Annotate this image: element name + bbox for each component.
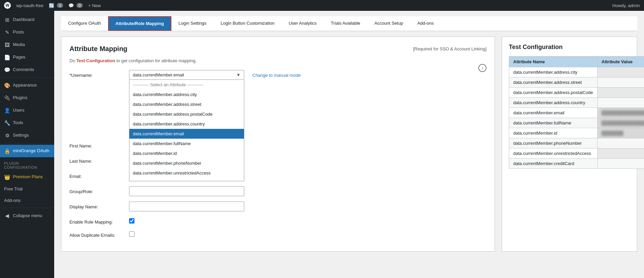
- tab-account-setup[interactable]: Account Setup: [367, 16, 410, 31]
- allow-duplicate-emails-label: Allow Duplicate Emails:: [69, 230, 124, 238]
- table-cell-value: [597, 88, 644, 98]
- sidebar: ⊞ Dashboard ✎ Posts 🖼 Media 📄 Pages 💬 Co…: [0, 11, 54, 278]
- table-cell-value: ███████: [597, 128, 644, 138]
- section-required-note: [Required for SSO & Account Linking]: [413, 46, 486, 51]
- dropdown-option-phone[interactable]: data.currentMember.phoneNumber: [129, 158, 244, 168]
- comments-count: 0: [77, 3, 83, 8]
- table-cell-name: data.currentMember.unrestrictedAccess: [509, 148, 598, 159]
- dropdown-option-unrestricted[interactable]: data.currentMember.unrestrictedAccess: [129, 168, 244, 178]
- sidebar-label-comments: Comments: [13, 67, 34, 73]
- display-name-label: Display Name:: [69, 202, 124, 209]
- sidebar-label-plugins: Plugins: [13, 95, 27, 101]
- wp-icon: W: [4, 2, 11, 9]
- comments-icon: 💬: [68, 3, 74, 8]
- enable-role-mapping-label: Enable Role Mapping:: [69, 217, 124, 225]
- form-row-group-role: Group/Role:: [69, 186, 486, 196]
- info-icon[interactable]: i: [478, 64, 486, 72]
- sidebar-item-tools[interactable]: 🔧 Tools: [0, 117, 54, 129]
- table-row: data.currentMember.address.street: [509, 77, 644, 88]
- tab-attribute-role-mapping[interactable]: Attribute/Role Mapping: [108, 16, 171, 31]
- dropdown-option-street[interactable]: data.currentMember.address.street: [129, 99, 244, 109]
- dropdown-option-creditcard[interactable]: data.currentMember.creditCard: [129, 178, 244, 181]
- posts-icon: ✎: [4, 29, 10, 36]
- plugin-config-section: Plugin Configuration: [0, 157, 54, 171]
- sidebar-item-miniorange[interactable]: 🔒 miniOrange OAuth: [0, 145, 54, 157]
- sidebar-label-tools: Tools: [13, 120, 23, 126]
- tab-login-button-customization[interactable]: Login Button Customization: [213, 16, 282, 31]
- sidebar-item-users[interactable]: 👤 Users: [0, 104, 54, 117]
- content-wrapper: Attribute Mapping [Required for SSO & Ac…: [61, 31, 637, 252]
- sidebar-label-premium: Premium Plans: [13, 174, 43, 180]
- new-content-link[interactable]: + New: [88, 3, 101, 8]
- tab-add-ons[interactable]: Add-ons: [410, 16, 441, 31]
- form-row-enable-role-mapping: Enable Role Mapping:: [69, 217, 486, 225]
- sidebar-item-appearance[interactable]: 🎨 Appearance: [0, 79, 54, 92]
- table-row: data.currentMember.address.country: [509, 98, 644, 108]
- table-cell-name: data.currentMember.address.city: [509, 67, 598, 77]
- sidebar-label-free-trial: Free Trial: [4, 186, 23, 192]
- tools-icon: 🔧: [4, 119, 10, 126]
- table-cell-value: [597, 77, 644, 88]
- howdy-user[interactable]: Howdy, admin: [612, 3, 640, 8]
- table-cell-name: data.currentMember.fullName: [509, 118, 598, 128]
- enable-role-mapping-checkbox[interactable]: [129, 218, 134, 224]
- enable-role-mapping-wrapper: [129, 217, 134, 224]
- sidebar-item-comments[interactable]: 💬 Comments: [0, 64, 54, 76]
- sidebar-item-posts[interactable]: ✎ Posts: [0, 26, 54, 39]
- wp-logo-link[interactable]: W: [4, 2, 11, 9]
- pages-icon: 📄: [4, 54, 10, 61]
- comments-link[interactable]: 💬 0: [68, 3, 83, 8]
- table-cell-name: data.currentMember.email: [509, 108, 598, 118]
- firstname-label: First Name:: [69, 141, 124, 148]
- sidebar-item-premium[interactable]: 👑 Premium Plans: [0, 171, 54, 183]
- dropdown-option-fullname[interactable]: data.currentMember.fullName: [129, 139, 244, 148]
- updates-link[interactable]: 🔄 3: [49, 3, 63, 8]
- sidebar-item-media[interactable]: 🖼 Media: [0, 39, 54, 51]
- updates-count: 3: [57, 3, 63, 8]
- tab-user-analytics[interactable]: User Analytics: [282, 16, 324, 31]
- media-icon: 🖼: [4, 41, 10, 48]
- col-attribute-name: Attribute Name: [509, 56, 598, 67]
- table-cell-value: [597, 159, 644, 169]
- settings-icon: ⚙: [4, 132, 10, 139]
- tab-configure-oauth[interactable]: Configure OAuth: [61, 16, 108, 31]
- sidebar-item-plugins[interactable]: 🔌 Plugins: [0, 92, 54, 104]
- sidebar-label-pages: Pages: [13, 54, 25, 60]
- dropdown-option-id[interactable]: data.currentMember.id: [129, 148, 244, 158]
- allow-duplicate-emails-checkbox[interactable]: [129, 231, 134, 237]
- sidebar-item-settings[interactable]: ⚙ Settings: [0, 129, 54, 142]
- username-dropdown-trigger[interactable]: data.currentMember.email ▼: [129, 70, 244, 80]
- email-label: Email:: [69, 171, 124, 179]
- username-dropdown-value: data.currentMember.email: [133, 72, 236, 77]
- tab-trials-available[interactable]: Trials Available: [324, 16, 368, 31]
- table-cell-name: data.currentMember.phoneNumber: [509, 138, 598, 148]
- col-attribute-value: Attribute Value: [597, 56, 644, 67]
- sidebar-item-free-trial[interactable]: Free Trial: [0, 183, 54, 195]
- description-suffix: to get configuration for attribute mappi…: [116, 58, 196, 63]
- sidebar-item-pages[interactable]: 📄 Pages: [0, 51, 54, 64]
- manual-mode-link[interactable]: Change to manual mode: [252, 70, 300, 78]
- dropdown-option-city[interactable]: data.currentMember.address.city: [129, 90, 244, 99]
- table-row: data.currentMember.phoneNumber: [509, 138, 644, 148]
- description-highlight[interactable]: Test Configuration: [76, 58, 115, 63]
- sidebar-item-collapse[interactable]: ◀ Collapse menu: [0, 209, 54, 222]
- sidebar-label-miniorange: miniOrange OAuth: [13, 148, 49, 154]
- dropdown-option-email[interactable]: data.currentMember.email: [129, 129, 244, 139]
- username-label: *Username:: [69, 70, 124, 78]
- group-role-input[interactable]: [129, 186, 244, 196]
- site-name-link[interactable]: wp-oauth-free: [16, 3, 43, 8]
- premium-icon: 👑: [4, 173, 10, 181]
- sidebar-divider-2: [0, 143, 54, 143]
- dropdown-arrow-icon: ▼: [236, 72, 241, 77]
- table-cell-name: data.currentMember.address.country: [509, 98, 598, 108]
- display-name-input[interactable]: [129, 202, 244, 211]
- sidebar-label-media: Media: [13, 42, 25, 48]
- sidebar-item-addons[interactable]: Add-ons: [0, 195, 54, 206]
- sidebar-label-posts: Posts: [13, 29, 24, 35]
- table-row: data.currentMember.address.postalCode: [509, 88, 644, 98]
- dropdown-option-placeholder[interactable]: ----------- Select an Attribute --------…: [129, 80, 244, 90]
- dropdown-option-postal[interactable]: data.currentMember.address.postalCode: [129, 109, 244, 119]
- sidebar-item-dashboard[interactable]: ⊞ Dashboard: [0, 14, 54, 26]
- dropdown-option-country[interactable]: data.currentMember.address.country: [129, 119, 244, 129]
- tab-login-settings[interactable]: Login Settings: [171, 16, 213, 31]
